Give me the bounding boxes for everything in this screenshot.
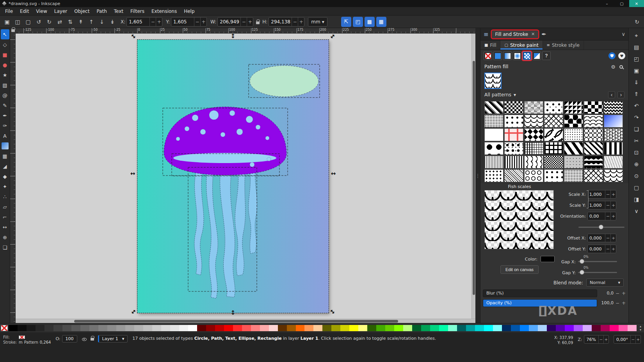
- pattern-swatch[interactable]: [584, 169, 603, 182]
- vertical-scrollbar-thumb[interactable]: [473, 61, 475, 295]
- palette-swatch[interactable]: [511, 325, 520, 331]
- pattern-swatch[interactable]: [604, 156, 623, 169]
- selection-handle[interactable]: ↔: [330, 171, 336, 176]
- menu-item[interactable]: File: [2, 8, 16, 15]
- close-icon[interactable]: ✕: [531, 32, 535, 37]
- palette-swatch[interactable]: [251, 325, 260, 331]
- palette-swatch[interactable]: [538, 325, 547, 331]
- fill-stroke-indicator[interactable]: Fill: Stroke: m Pattern 0,264: [3, 335, 51, 344]
- palette-swatch[interactable]: [287, 325, 296, 331]
- palette-swatch[interactable]: [242, 325, 251, 331]
- spray-tool[interactable]: ∴: [1, 192, 9, 202]
- pattern-swatch[interactable]: [564, 115, 583, 128]
- palette-swatch[interactable]: [27, 325, 36, 331]
- palette-swatch[interactable]: [556, 325, 565, 331]
- pattern-swatch[interactable]: [484, 142, 503, 155]
- selection-handle[interactable]: ↔: [328, 307, 336, 316]
- zoom-plus[interactable]: +: [603, 335, 608, 343]
- opacity-plus[interactable]: +: [621, 299, 626, 307]
- pattern-swatch[interactable]: [584, 142, 603, 155]
- flat-color-button[interactable]: [493, 51, 502, 60]
- palette-swatch[interactable]: [71, 325, 80, 331]
- open-file-icon[interactable]: ◰: [632, 54, 642, 64]
- palette-swatch[interactable]: [296, 325, 305, 331]
- gap-y-knob[interactable]: [580, 270, 584, 275]
- scale-y-value[interactable]: 1,000: [588, 203, 605, 208]
- palette-swatch[interactable]: [98, 325, 107, 331]
- raise-to-top-icon[interactable]: ↟: [76, 17, 85, 27]
- palette-swatch[interactable]: [152, 325, 161, 331]
- pattern-swatch[interactable]: [584, 128, 603, 141]
- mesh-tool[interactable]: ▦: [1, 151, 9, 161]
- palette-swatch[interactable]: [36, 325, 44, 331]
- rotate-cw-icon[interactable]: ↻: [44, 17, 54, 27]
- y-spinbox[interactable]: 1,605 − +: [171, 17, 207, 27]
- palette-swatch[interactable]: [628, 325, 637, 331]
- orientation-slider-knob[interactable]: [599, 225, 603, 229]
- x-value[interactable]: 1,605: [127, 19, 149, 25]
- y-value[interactable]: 1,605: [171, 19, 194, 25]
- dropper-tool[interactable]: ◢: [1, 161, 9, 171]
- pattern-swatch[interactable]: [484, 169, 503, 182]
- palette-swatch[interactable]: [349, 325, 358, 331]
- import-icon[interactable]: ⇓: [632, 77, 642, 87]
- horizontal-scrollbar[interactable]: [16, 319, 475, 323]
- swatch-button[interactable]: [532, 51, 541, 60]
- gap-x-knob[interactable]: [580, 259, 584, 264]
- pattern-swatch[interactable]: [604, 169, 623, 182]
- flip-vertical-icon[interactable]: ⇅: [66, 17, 75, 27]
- ruler-vertical[interactable]: 0255075100125150175200225250275300: [10, 34, 16, 323]
- link-scale-icon[interactable]: [587, 190, 589, 208]
- shield-icon[interactable]: [608, 52, 616, 59]
- zoom-page-icon[interactable]: ▢: [632, 183, 642, 193]
- menu-item[interactable]: Edit: [16, 8, 32, 15]
- palette-swatch[interactable]: [502, 325, 511, 331]
- offset-y-spinbox[interactable]: 0,000 − +: [587, 245, 616, 253]
- pattern-swatch[interactable]: [544, 115, 563, 128]
- pattern-swatch[interactable]: [584, 156, 603, 169]
- orientation-plus[interactable]: +: [610, 212, 616, 220]
- pattern-swatch[interactable]: [604, 128, 623, 141]
- opacity-value[interactable]: 100,0: [599, 300, 614, 305]
- palette-swatch[interactable]: [53, 325, 62, 331]
- palette-scroll-down[interactable]: ▾: [638, 328, 643, 332]
- save-icon[interactable]: ▣: [632, 66, 642, 76]
- ruler-lock-corner[interactable]: [10, 28, 16, 34]
- offset-x-plus[interactable]: +: [610, 234, 616, 242]
- tweak-tool[interactable]: ✦: [1, 181, 9, 192]
- menu-item[interactable]: View: [32, 8, 50, 15]
- linear-gradient-button[interactable]: [503, 51, 512, 60]
- palette-swatch[interactable]: [304, 325, 313, 331]
- canvas-page[interactable]: [137, 40, 329, 313]
- close-button[interactable]: ✕: [629, 0, 644, 7]
- pattern-swatch[interactable]: [564, 101, 583, 114]
- palette-swatch[interactable]: [403, 325, 412, 331]
- palette-swatch[interactable]: [430, 325, 439, 331]
- maximize-button[interactable]: ▢: [614, 0, 629, 7]
- palette-swatch[interactable]: [89, 325, 98, 331]
- pen-dialog-tab-icon[interactable]: ✒: [541, 31, 546, 38]
- panel-tab[interactable]: ■ Fill: [480, 41, 500, 50]
- flip-horizontal-icon[interactable]: ⇄: [55, 17, 64, 27]
- pattern-swatch[interactable]: [524, 115, 543, 128]
- orientation-spinbox[interactable]: 0,00 − +: [587, 212, 616, 220]
- pattern-swatch[interactable]: [524, 142, 543, 155]
- stroke-paint-type[interactable]: Pattern: [24, 340, 38, 344]
- all-patterns-dropdown[interactable]: All patterns: [484, 92, 511, 98]
- scale-y-plus[interactable]: +: [610, 201, 616, 209]
- selection-handle[interactable]: ↔: [129, 307, 137, 316]
- palette-swatch[interactable]: [574, 325, 583, 331]
- pattern-swatch[interactable]: [564, 128, 583, 141]
- scale-x-spinbox[interactable]: 1,000 − +: [587, 190, 616, 199]
- next-page-button[interactable]: ›: [617, 91, 624, 98]
- menu-item[interactable]: Extensions: [148, 8, 180, 15]
- palette-swatch[interactable]: [547, 325, 556, 331]
- heart-icon[interactable]: ♥: [618, 52, 625, 59]
- connector-tool[interactable]: ⌐: [1, 212, 9, 222]
- palette-swatch[interactable]: [340, 325, 349, 331]
- palette-swatch[interactable]: [439, 325, 448, 331]
- eraser-tool[interactable]: ▱: [1, 202, 9, 212]
- collapse-panel-icon[interactable]: ∨: [621, 31, 625, 37]
- chevron-down-icon[interactable]: ▾: [514, 92, 516, 98]
- layer-visibility-icon[interactable]: [82, 337, 87, 341]
